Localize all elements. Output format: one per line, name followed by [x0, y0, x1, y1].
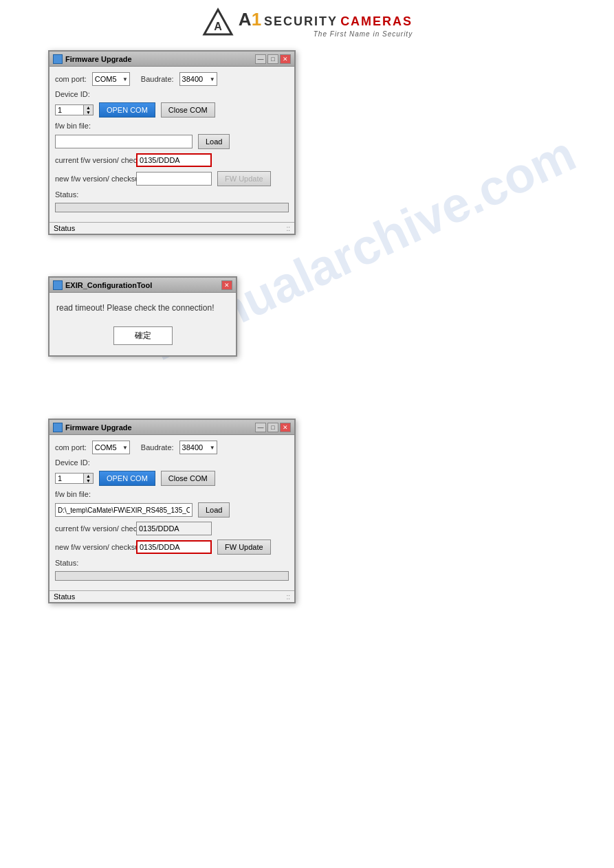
dialog1-new-fw-row: new f/w version/ checksum: FW Update: [55, 171, 289, 186]
dialog1-open-com-btn[interactable]: OPEN COM: [99, 102, 155, 118]
header: A A1 SECURITY CAMERAS The First Name in …: [0, 0, 614, 50]
dialog3-deviceid-row: Device ID:: [55, 458, 289, 467]
dialog1-comport-label: com port:: [55, 75, 87, 83]
dialog1-load-btn[interactable]: Load: [198, 134, 230, 149]
dialog3-close-btn[interactable]: ✕: [280, 423, 291, 432]
dialog1-fw-update-btn[interactable]: FW Update: [217, 171, 271, 186]
logo-main: A A1 SECURITY CAMERAS The First Name in …: [201, 7, 413, 40]
firmware-dialog-2: Firmware Upgrade — □ ✕ com port: COM5 Ba…: [48, 419, 296, 603]
dialog3-spinner-buttons: ▲ ▼: [83, 474, 93, 483]
dialog3-new-fw-label: new f/w version/ checksum:: [55, 542, 131, 552]
dialog1-status-bar-text: Status: [54, 224, 75, 232]
svg-text:A: A: [214, 21, 222, 32]
dialog1-progress-bar: [55, 203, 289, 212]
exir-icon: [53, 280, 63, 290]
dialog3-comport-label: com port:: [55, 443, 87, 452]
dialog1-spinner-buttons: ▲ ▼: [83, 105, 93, 115]
dialog1-new-fw-input[interactable]: [136, 172, 212, 186]
dialog3-deviceid-spinner[interactable]: ▲ ▼: [55, 473, 94, 484]
exir-btn-row: 確定: [56, 326, 229, 345]
dialog3-new-fw-row: new f/w version/ checksum: 0135/DDDA FW …: [55, 539, 289, 555]
dialog3-new-fw-input[interactable]: 0135/DDDA: [136, 540, 212, 554]
firmware-dialog-1: Firmware Upgrade — □ ✕ com port: COM5 Ba…: [48, 50, 296, 235]
dialog1-status-bar-grip: ::: [286, 225, 290, 232]
dialog3-current-fw-row: current f/w version/ checksum: 0135/DDDA: [55, 522, 289, 535]
dialog3-deviceid-input[interactable]: [56, 474, 83, 483]
dialog3-spinner-down[interactable]: ▼: [84, 478, 93, 483]
dialog3-status-bar-grip: ::: [286, 593, 290, 601]
logo-triangle-icon: A: [201, 7, 234, 40]
exir-title: EXIR_ConfigurationTool: [65, 281, 152, 289]
dialog3-title-buttons[interactable]: — □ ✕: [255, 423, 291, 432]
page-content: Firmware Upgrade — □ ✕ com port: COM5 Ba…: [0, 50, 614, 603]
dialog3-close-com-btn[interactable]: Close COM: [161, 471, 215, 486]
dialog3-fwbin-label-row: f/w bin file:: [55, 490, 289, 498]
exir-close-btn[interactable]: ✕: [221, 280, 232, 290]
dialog3-spinner-up[interactable]: ▲: [84, 474, 93, 478]
dialog1-fwbin-label-row: f/w bin file:: [55, 122, 289, 130]
dialog1-close-btn[interactable]: ✕: [280, 54, 291, 64]
dialog1-status-bar: Status ::: [50, 222, 294, 234]
dialog3-maximize-btn[interactable]: □: [267, 423, 278, 432]
dialog1-titlebar-left: Firmware Upgrade: [53, 54, 132, 64]
dialog3-comport-select-wrapper[interactable]: COM5: [92, 441, 130, 454]
exir-ok-btn[interactable]: 確定: [113, 326, 173, 345]
dialog3-deviceid-input-row: ▲ ▼ OPEN COM Close COM: [55, 471, 289, 486]
dialog3-baudrate-select[interactable]: 38400: [179, 441, 217, 454]
dialog1-icon: [53, 54, 63, 64]
exir-message: read timeout! Please check the connectio…: [56, 303, 229, 313]
logo-cameras-text: CAMERAS: [340, 14, 413, 29]
dialog3-baudrate-select-wrapper[interactable]: 38400: [179, 441, 217, 454]
dialog1-comport-select-wrapper[interactable]: COM5: [92, 72, 130, 86]
dialog1-current-fw-row: current f/w version/ checksum: 0135/DDDA: [55, 153, 289, 167]
logo-security-text: SECURITY: [264, 14, 338, 29]
dialog3-titlebar: Firmware Upgrade — □ ✕: [50, 420, 294, 435]
dialog3-icon: [53, 423, 63, 432]
dialog3-titlebar-left: Firmware Upgrade: [53, 423, 132, 432]
dialog1-comport-row: com port: COM5 Baudrate: 38400: [55, 72, 289, 86]
dialog3-comport-select[interactable]: COM5: [92, 441, 130, 454]
dialog3-progress-bar: [55, 571, 289, 581]
dialog3-fw-update-btn[interactable]: FW Update: [217, 539, 271, 555]
dialog1-content: com port: COM5 Baudrate: 38400 Device ID…: [50, 67, 294, 222]
dialog3-status-bar-text: Status: [54, 592, 75, 601]
dialog1-deviceid-label: Device ID:: [55, 90, 90, 98]
exir-dialog: EXIR_ConfigurationTool ✕ read timeout! P…: [48, 276, 237, 357]
dialog1-minimize-btn[interactable]: —: [255, 54, 266, 64]
dialog3-content: com port: COM5 Baudrate: 38400 Device ID…: [50, 435, 294, 590]
dialog1-baudrate-select[interactable]: 38400: [179, 72, 217, 86]
dialog1-baudrate-label: Baudrate:: [141, 75, 174, 83]
dialog1-title: Firmware Upgrade: [65, 55, 132, 63]
dialog1-fwbin-input[interactable]: [55, 135, 193, 148]
dialog3-minimize-btn[interactable]: —: [255, 423, 266, 432]
exir-title-buttons[interactable]: ✕: [221, 280, 232, 290]
dialog3-load-btn[interactable]: Load: [198, 502, 230, 518]
dialog1-deviceid-row: Device ID:: [55, 90, 289, 98]
logo-a1: A1: [239, 9, 261, 30]
dialog1-titlebar: Firmware Upgrade — □ ✕: [50, 52, 294, 67]
dialog1-close-com-btn[interactable]: Close COM: [161, 102, 215, 118]
dialog1-title-buttons[interactable]: — □ ✕: [255, 54, 291, 64]
dialog3-progress-row: [55, 571, 289, 581]
dialog1-baudrate-select-wrapper[interactable]: 38400: [179, 72, 217, 86]
dialog1-progress-row: [55, 203, 289, 212]
dialog1-comport-select[interactable]: COM5: [92, 72, 130, 86]
dialog3-open-com-btn[interactable]: OPEN COM: [99, 471, 155, 486]
dialog1-status-label-row: Status:: [55, 190, 289, 199]
dialog3-current-fw-input[interactable]: 0135/DDDA: [136, 522, 212, 535]
dialog3-fwbin-input[interactable]: D:\_temp\CaMate\FW\EXIR_RS485_135_CSE: [55, 503, 193, 517]
dialog1-current-fw-input[interactable]: 0135/DDDA: [136, 153, 212, 167]
dialog1-deviceid-spinner[interactable]: 1 ▲ ▼: [55, 104, 94, 115]
dialog1-deviceid-input[interactable]: 1: [56, 105, 83, 115]
dialog1-deviceid-input-row: 1 ▲ ▼ OPEN COM Close COM: [55, 102, 289, 118]
logo-tagline: The First Name in Security: [239, 30, 413, 38]
dialog1-maximize-btn[interactable]: □: [267, 54, 278, 64]
dialog1-spinner-up[interactable]: ▲: [84, 105, 93, 110]
dialog3-title: Firmware Upgrade: [65, 423, 132, 432]
dialog1-fwbin-input-row: Load: [55, 134, 289, 149]
dialog3-comport-row: com port: COM5 Baudrate: 38400: [55, 441, 289, 454]
exir-titlebar: EXIR_ConfigurationTool ✕: [50, 278, 236, 293]
dialog3-status-bar: Status ::: [50, 590, 294, 602]
dialog1-spinner-down[interactable]: ▼: [84, 110, 93, 115]
dialog3-status-label-row: Status:: [55, 559, 289, 567]
